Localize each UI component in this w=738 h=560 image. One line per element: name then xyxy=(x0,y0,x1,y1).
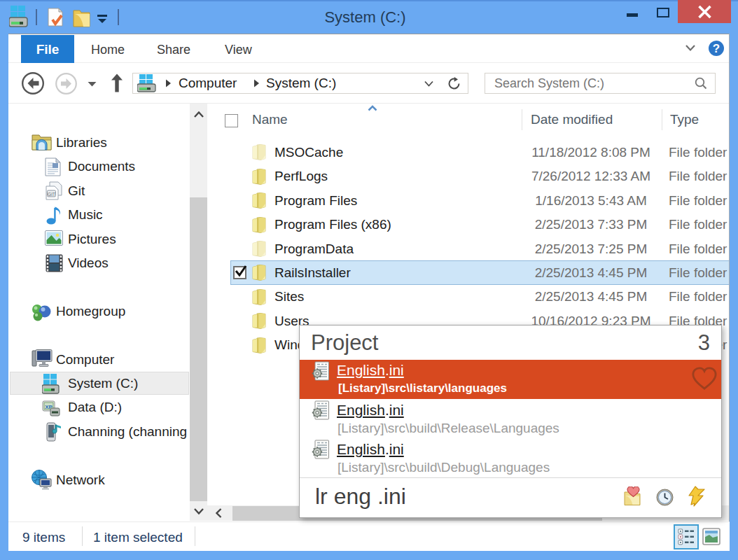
svg-text:?: ? xyxy=(713,42,720,55)
svg-text:GIT: GIT xyxy=(48,192,55,197)
